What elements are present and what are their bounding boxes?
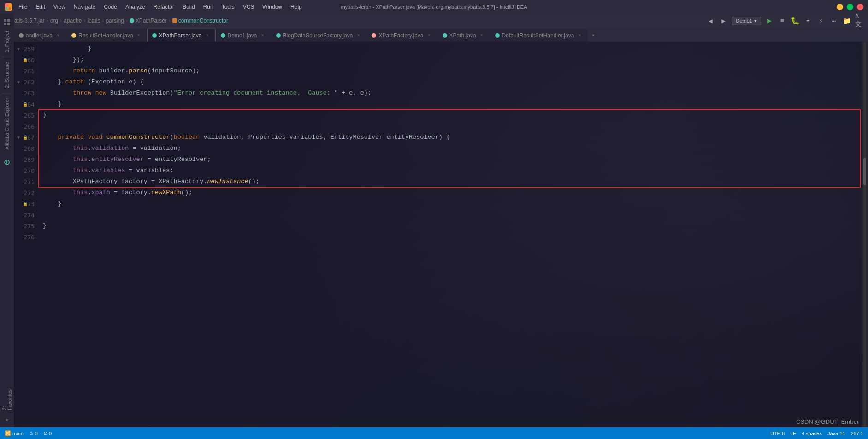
navigate-back-button[interactable]: ◀	[706, 16, 715, 25]
structure-panel-label[interactable]: 2: Structure	[3, 60, 11, 90]
breadcrumb-ibatis[interactable]: ibatis	[87, 18, 100, 24]
menu-window[interactable]: Window	[259, 3, 286, 11]
tab-label-xpath: XPath.java	[449, 32, 476, 39]
status-cursor-position[interactable]: 267:1	[850, 431, 863, 436]
menu-vcs[interactable]: VCS	[239, 3, 258, 11]
status-errors[interactable]: ⊘ 0	[43, 430, 52, 436]
tab-icon-blogdatasource	[276, 33, 281, 38]
favorites-star-icon[interactable]: ★	[1, 414, 13, 425]
status-indent[interactable]: 4 spaces	[802, 431, 822, 436]
menu-navigate[interactable]: Navigate	[70, 3, 99, 11]
status-encoding[interactable]: UTF-8	[770, 431, 785, 436]
tab-label-resultsethandler: ResultSetHandler.java	[78, 32, 133, 39]
code-line-270: this.variables = variables;	[43, 165, 868, 176]
tab-demo1[interactable]: Demo1.java ×	[216, 29, 271, 42]
code-editor[interactable]: ▼ 259 🔒 260 261 ▼ 262 263 🔒 264 265 266 …	[14, 42, 868, 427]
menu-edit[interactable]: Edit	[32, 3, 49, 11]
code-line-263: throw new BuilderException("Error creati…	[43, 88, 868, 99]
run-config-label: Demo1	[736, 18, 752, 24]
tab-blogdatasource[interactable]: BlogDataSourceFactory.java ×	[271, 29, 367, 42]
line-num-267: ▼ 🔒 267	[14, 132, 39, 143]
fold-icon-267[interactable]: ▼	[16, 135, 21, 140]
coverage-button[interactable]: ☂	[803, 16, 813, 25]
tab-icon-defaultresultset	[495, 33, 500, 38]
code-line-273: }	[43, 198, 868, 209]
menu-tools[interactable]: Tools	[218, 3, 238, 11]
tab-close-defaultresultset[interactable]: ×	[576, 32, 583, 39]
debug-button[interactable]: 🐛	[791, 16, 800, 25]
warning-icon: ⚠	[29, 430, 34, 436]
code-line-276	[43, 231, 868, 243]
menu-analyze[interactable]: Analyze	[122, 3, 149, 11]
menu-view[interactable]: View	[50, 3, 69, 11]
line-num-275: 275	[14, 220, 39, 231]
titlebar: File Edit View Navigate Code Analyze Ref…	[0, 0, 868, 14]
run-button[interactable]: ▶	[765, 16, 774, 25]
line-number-gutter: ▼ 259 🔒 260 261 ▼ 262 263 🔒 264 265 266 …	[14, 42, 39, 427]
profile-button[interactable]: ⚡	[816, 16, 826, 25]
tab-close-resultsethandler[interactable]: ×	[136, 32, 142, 39]
favorites-panel-label[interactable]: 2: Favorites	[0, 384, 13, 412]
menu-refactor[interactable]: Refactor	[150, 3, 178, 11]
tab-close-xpathparser[interactable]: ×	[204, 32, 211, 39]
status-bar: 🔀 main ⚠ 0 ⊘ 0 UTF-8 LF 4 spaces Java 11…	[0, 427, 868, 439]
tab-close-blogdatasource[interactable]: ×	[355, 32, 361, 39]
status-warnings[interactable]: ⚠ 0	[29, 430, 38, 436]
encoding-label: UTF-8	[770, 431, 785, 436]
warning-count: 0	[35, 431, 38, 436]
tab-close-demo1[interactable]: ×	[260, 32, 266, 39]
menu-run[interactable]: Run	[200, 3, 217, 11]
tab-xpathparser[interactable]: XPathParser.java ×	[147, 29, 216, 42]
menu-file[interactable]: File	[15, 3, 31, 11]
java-version-label: Java 11	[827, 431, 845, 436]
svg-rect-4	[4, 19, 6, 22]
tab-label-xpathfactory: XPathFactory.java	[378, 32, 423, 39]
status-java-version[interactable]: Java 11	[827, 431, 845, 436]
navigate-forward-button[interactable]: ▶	[719, 16, 728, 25]
menu-code[interactable]: Code	[100, 3, 121, 11]
tab-handler[interactable]: andler.java ×	[14, 29, 66, 42]
breadcrumb-xpathparser[interactable]: XPathParser	[136, 18, 167, 24]
tab-close-handler[interactable]: ×	[55, 32, 61, 39]
code-line-266	[43, 121, 868, 132]
code-line-271: XPathFactory factory = XPathFactory.newI…	[43, 176, 868, 187]
fold-icon-262[interactable]: ▼	[16, 79, 21, 85]
tab-resultsethandler[interactable]: ResultSetHandler.java ×	[66, 29, 147, 42]
status-line-ending[interactable]: LF	[790, 431, 796, 436]
stop-button[interactable]: ■	[778, 16, 787, 25]
translate-button[interactable]: A文	[855, 16, 864, 25]
menu-build[interactable]: Build	[179, 3, 199, 11]
open-finder-button[interactable]: 📁	[842, 16, 851, 25]
tab-xpathfactory[interactable]: XPathFactory.java ×	[366, 29, 437, 42]
code-line-264: }	[43, 99, 868, 110]
code-text-area[interactable]: } }); return builder.parse(inputSource);…	[39, 42, 868, 427]
cloud-explorer-label[interactable]: Alibaba Cloud Explorer	[3, 96, 11, 152]
sidebar-icon-project[interactable]	[1, 16, 13, 28]
sidebar-icon-active[interactable]	[1, 156, 13, 168]
run-configuration[interactable]: Demo1 ▾	[732, 17, 761, 25]
tab-overflow-button[interactable]: ▾	[588, 29, 598, 42]
fold-icon-259[interactable]: ▼	[16, 46, 21, 52]
editor-scrollbar[interactable]	[862, 42, 868, 427]
close-button[interactable]	[857, 4, 863, 10]
minimize-button[interactable]	[837, 4, 843, 10]
tab-close-xpathfactory[interactable]: ×	[426, 32, 432, 39]
status-vcs[interactable]: 🔀 main	[5, 430, 24, 436]
svg-rect-3	[9, 7, 11, 10]
breadcrumb-apache[interactable]: apache	[64, 18, 82, 24]
menu-help[interactable]: Help	[287, 3, 306, 11]
tab-xpath[interactable]: XPath.java ×	[437, 29, 490, 42]
scrollbar-thumb[interactable]	[863, 158, 866, 185]
scrollbar-track[interactable]	[863, 42, 866, 427]
breadcrumb-parsing[interactable]: parsing	[106, 18, 124, 24]
project-panel-label[interactable]: 1: Project	[3, 29, 11, 54]
window-controls	[837, 4, 863, 10]
more-actions-button[interactable]: ⋯	[829, 16, 838, 25]
maximize-button[interactable]	[847, 4, 853, 10]
tab-close-xpath[interactable]: ×	[478, 32, 485, 39]
line-num-264: 🔒 264	[14, 99, 39, 110]
tab-defaultresultsethandler[interactable]: DefaultResultSetHandler.java ×	[490, 29, 588, 42]
code-line-272: this.xpath = factory.newXPath();	[43, 187, 868, 198]
breadcrumb-org[interactable]: org	[50, 18, 58, 24]
code-line-267: private void commonConstructor(boolean v…	[43, 132, 868, 143]
